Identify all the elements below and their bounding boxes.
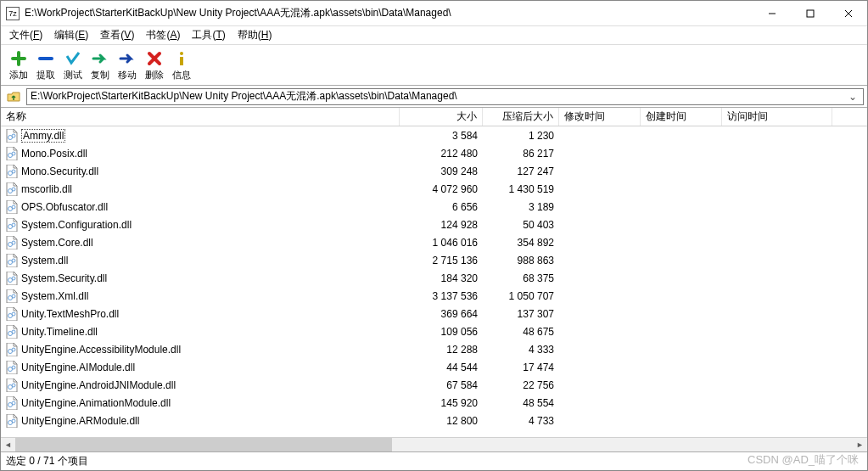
file-name: System.dll xyxy=(21,255,68,266)
cell-packed: 22 756 xyxy=(483,379,559,391)
table-row[interactable]: mscorlib.dll4 072 9601 430 519 xyxy=(1,180,867,198)
app-icon: 7z xyxy=(6,7,20,20)
add-button[interactable]: 添加 xyxy=(8,50,30,81)
cell-packed: 1 430 519 xyxy=(483,183,559,195)
cell-packed: 86 217 xyxy=(483,148,559,160)
delete-button[interactable]: 删除 xyxy=(143,50,165,81)
header-size[interactable]: 大小 xyxy=(400,108,483,126)
scroll-right-button[interactable]: ► xyxy=(853,438,867,452)
cell-packed: 4 333 xyxy=(483,344,559,356)
cell-packed: 1 050 707 xyxy=(483,290,559,302)
file-name: Ammy.dll xyxy=(21,129,65,143)
cell-name: UnityEngine.AndroidJNIModule.dll xyxy=(1,378,400,392)
header-name[interactable]: 名称 xyxy=(1,108,400,126)
close-button[interactable] xyxy=(829,1,867,26)
file-name: UnityEngine.AIModule.dll xyxy=(21,362,135,373)
cell-name: Mono.Security.dll xyxy=(1,165,400,178)
table-row[interactable]: UnityEngine.ARModule.dll12 8004 733 xyxy=(1,412,867,429)
menu-file[interactable]: 文件(F) xyxy=(4,26,48,44)
cell-size: 3 584 xyxy=(400,130,483,142)
menu-tools[interactable]: 工具(T) xyxy=(187,26,230,44)
cell-packed: 1 230 xyxy=(483,130,559,142)
up-button[interactable] xyxy=(4,88,23,105)
cell-size: 145 920 xyxy=(400,397,483,409)
cell-size: 109 056 xyxy=(400,326,483,338)
menu-view[interactable]: 查看(V) xyxy=(95,26,139,44)
file-name: Unity.Timeline.dll xyxy=(21,326,98,338)
table-row[interactable]: Mono.Posix.dll212 48086 217 xyxy=(1,144,867,162)
cell-name: UnityEngine.ARModule.dll xyxy=(1,414,400,428)
cell-size: 3 137 536 xyxy=(400,290,483,302)
info-icon xyxy=(173,50,190,67)
cell-size: 124 928 xyxy=(400,219,483,231)
table-row[interactable]: Unity.Timeline.dll109 05648 675 xyxy=(1,322,867,340)
table-row[interactable]: System.Core.dll1 046 016354 892 xyxy=(1,233,867,251)
menu-edit[interactable]: 编辑(E) xyxy=(49,26,93,44)
info-button[interactable]: 信息 xyxy=(171,50,193,81)
table-row[interactable]: UnityEngine.AndroidJNIModule.dll67 58422… xyxy=(1,376,867,394)
cell-name: OPS.Obfuscator.dll xyxy=(1,200,400,214)
table-row[interactable]: System.Security.dll184 32068 375 xyxy=(1,269,867,287)
file-rows[interactable]: Ammy.dll3 5841 230Mono.Posix.dll212 4808… xyxy=(1,126,867,437)
test-button[interactable]: 测试 xyxy=(62,50,84,81)
table-row[interactable]: System.Configuration.dll124 92850 403 xyxy=(1,216,867,233)
move-button[interactable]: 移动 xyxy=(116,50,138,81)
cell-name: Ammy.dll xyxy=(1,129,400,143)
svg-rect-1 xyxy=(807,10,814,17)
cell-packed: 127 247 xyxy=(483,165,559,177)
plus-icon xyxy=(10,50,27,67)
table-row[interactable]: UnityEngine.AccessibilityModule.dll12 28… xyxy=(1,340,867,358)
file-listing: 名称 大小 压缩后大小 修改时间 创建时间 访问时间 Ammy.dll3 584… xyxy=(1,108,867,451)
menu-bookmark[interactable]: 书签(A) xyxy=(141,26,185,44)
window-title: E:\WorkProject\StarterKitBackUp\New Unit… xyxy=(25,6,753,20)
delete-x-icon xyxy=(146,50,163,67)
table-row[interactable]: OPS.Obfuscator.dll6 6563 189 xyxy=(1,198,867,216)
table-row[interactable]: UnityEngine.AIModule.dll44 54417 474 xyxy=(1,358,867,376)
table-row[interactable]: Ammy.dll3 5841 230 xyxy=(1,126,867,144)
file-name: OPS.Obfuscator.dll xyxy=(21,201,108,213)
file-name: Unity.TextMeshPro.dll xyxy=(21,308,119,320)
cell-packed: 17 474 xyxy=(483,362,559,373)
table-row[interactable]: System.Xml.dll3 137 5361 050 707 xyxy=(1,287,867,305)
file-name: UnityEngine.AndroidJNIModule.dll xyxy=(21,379,176,391)
cell-name: UnityEngine.AnimationModule.dll xyxy=(1,396,400,410)
menu-help[interactable]: 帮助(H) xyxy=(232,26,277,44)
maximize-button[interactable] xyxy=(791,1,829,26)
file-name: Mono.Security.dll xyxy=(21,165,98,177)
cell-packed: 48 675 xyxy=(483,326,559,338)
table-row[interactable]: Unity.TextMeshPro.dll369 664137 307 xyxy=(1,305,867,322)
cell-name: UnityEngine.AIModule.dll xyxy=(1,361,400,374)
header-modified[interactable]: 修改时间 xyxy=(559,108,641,126)
extract-button[interactable]: 提取 xyxy=(35,50,57,81)
cell-name: Unity.Timeline.dll xyxy=(1,325,400,339)
table-row[interactable]: UnityEngine.AnimationModule.dll145 92048… xyxy=(1,394,867,412)
status-text: 选定 0 / 71 个项目 xyxy=(6,454,88,468)
cell-size: 67 584 xyxy=(400,379,483,391)
copy-button[interactable]: 复制 xyxy=(89,50,111,81)
scroll-left-button[interactable]: ◄ xyxy=(1,438,15,452)
table-row[interactable]: System.dll2 715 136988 863 xyxy=(1,251,867,269)
table-row[interactable]: Mono.Security.dll309 248127 247 xyxy=(1,162,867,180)
folder-up-icon xyxy=(7,90,20,104)
file-name: UnityEngine.ARModule.dll xyxy=(21,415,139,427)
path-input[interactable]: E:\WorkProject\StarterKitBackUp\New Unit… xyxy=(26,88,864,105)
header-accessed[interactable]: 访问时间 xyxy=(722,108,832,126)
cell-name: System.Xml.dll xyxy=(1,289,400,303)
file-name: UnityEngine.AccessibilityModule.dll xyxy=(21,344,181,356)
cell-size: 2 715 136 xyxy=(400,255,483,266)
cell-size: 12 288 xyxy=(400,344,483,356)
path-dropdown-icon[interactable]: ⌄ xyxy=(846,91,860,103)
horizontal-scrollbar[interactable]: ◄ ► xyxy=(1,437,867,451)
menubar: 文件(F) 编辑(E) 查看(V) 书签(A) 工具(T) 帮助(H) xyxy=(1,26,867,45)
file-name: Mono.Posix.dll xyxy=(21,148,87,160)
file-name: System.Core.dll xyxy=(21,237,93,249)
svg-point-4 xyxy=(180,52,183,55)
scroll-track[interactable] xyxy=(15,438,853,452)
pathbar: E:\WorkProject\StarterKitBackUp\New Unit… xyxy=(1,86,867,108)
minimize-button[interactable] xyxy=(753,1,791,26)
cell-packed: 988 863 xyxy=(483,255,559,266)
header-packed[interactable]: 压缩后大小 xyxy=(483,108,559,126)
scroll-thumb[interactable] xyxy=(15,438,392,452)
path-text: E:\WorkProject\StarterKitBackUp\New Unit… xyxy=(31,89,457,104)
header-created[interactable]: 创建时间 xyxy=(641,108,722,126)
